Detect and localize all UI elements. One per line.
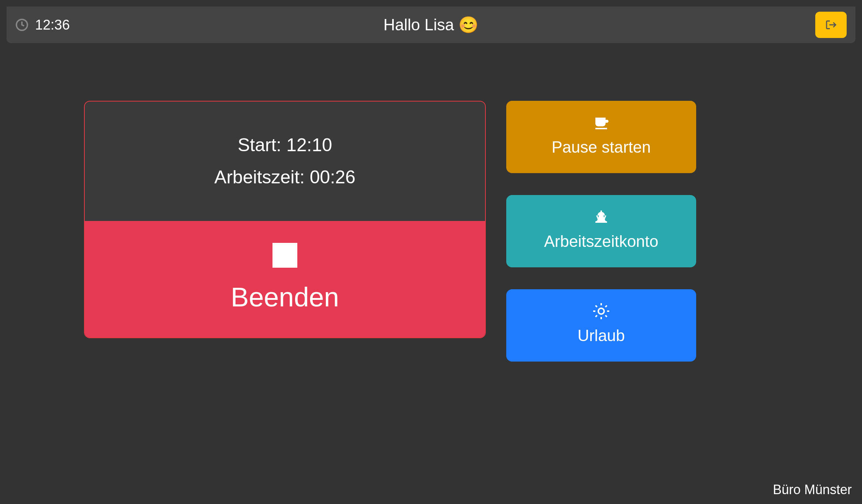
main-content: Start: 12:10 Arbeitszeit: 00:26 Beenden … xyxy=(0,50,862,362)
coffee-icon xyxy=(592,114,610,131)
time-account-button-label: Arbeitszeitkonto xyxy=(544,232,658,251)
stop-icon xyxy=(272,243,297,268)
greeting-text: Hallo Lisa 😊 xyxy=(384,15,478,34)
pause-button-label: Pause starten xyxy=(552,138,651,156)
vacation-button-label: Urlaub xyxy=(577,327,625,345)
work-time-label: Arbeitszeit: 00:26 xyxy=(99,161,470,194)
header-left: 12:36 xyxy=(15,17,70,33)
clock-icon xyxy=(15,18,28,31)
current-time: 12:36 xyxy=(35,17,70,33)
pause-button[interactable]: Pause starten xyxy=(506,101,696,173)
session-info: Start: 12:10 Arbeitszeit: 00:26 xyxy=(85,102,485,221)
logout-icon xyxy=(824,18,838,31)
end-button-label: Beenden xyxy=(231,282,339,313)
logout-button[interactable] xyxy=(815,12,847,38)
time-account-button[interactable]: Arbeitszeitkonto xyxy=(506,195,696,267)
vacation-button[interactable]: Urlaub xyxy=(506,289,696,362)
balance-scale-icon xyxy=(592,208,610,226)
start-time-label: Start: 12:10 xyxy=(99,129,470,161)
end-button[interactable]: Beenden xyxy=(85,221,485,337)
side-actions: Pause starten Arbeitszeitkonto Urlaub xyxy=(506,101,696,362)
sun-icon xyxy=(592,302,610,320)
header-bar: 12:36 Hallo Lisa 😊 xyxy=(7,7,855,43)
footer-location: Büro Münster xyxy=(773,482,852,497)
session-card: Start: 12:10 Arbeitszeit: 00:26 Beenden xyxy=(84,101,486,338)
